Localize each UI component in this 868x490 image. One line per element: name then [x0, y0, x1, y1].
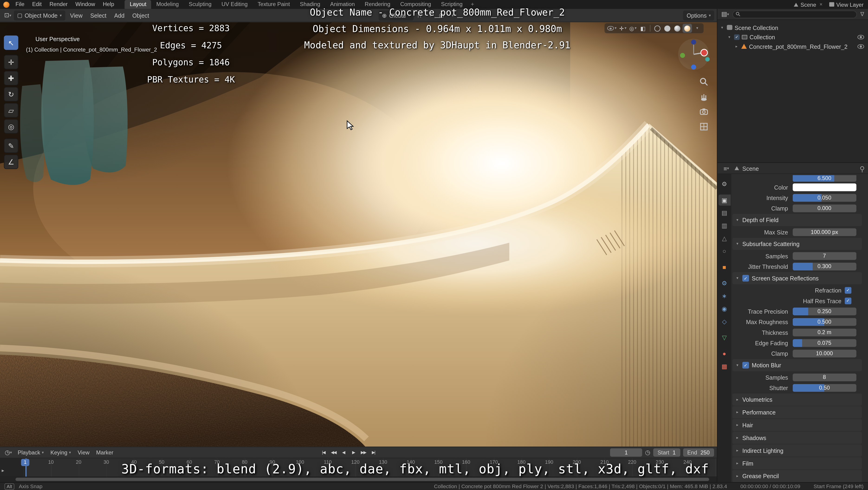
- panel-header-volumetrics[interactable]: ▸Volumetrics: [733, 393, 862, 405]
- properties-tab-object-data[interactable]: ▽: [718, 332, 731, 343]
- viewport-menu-add[interactable]: Add: [110, 11, 128, 20]
- tool-annotate-button[interactable]: ✎: [4, 139, 18, 153]
- timeline-strip[interactable]: 1 10203040506070809010011012013014015016…: [0, 458, 717, 477]
- unlink-scene-icon[interactable]: ×: [818, 2, 824, 7]
- slider-jitter-threshold[interactable]: 0.300: [793, 262, 857, 270]
- viewport-3d[interactable]: ▾ ✛ ▾ ◎ ▾ ◧: [0, 22, 717, 446]
- shading-solid-button[interactable]: [662, 24, 672, 33]
- scene-selector[interactable]: Scene ×: [794, 1, 824, 7]
- slider-edge-fading[interactable]: 0.075: [793, 339, 857, 347]
- editor-type-outliner-button[interactable]: ▤ ▾: [720, 9, 730, 19]
- end-frame-field[interactable]: End 250: [683, 449, 714, 457]
- shading-wireframe-button[interactable]: [653, 24, 662, 33]
- current-frame-field[interactable]: 1: [610, 449, 642, 457]
- tool-measure-button[interactable]: ∠: [4, 154, 18, 169]
- pin-icon[interactable]: [860, 166, 864, 170]
- transport-play-button[interactable]: ▶: [349, 449, 358, 457]
- editor-type-properties-button[interactable]: ≡ ▾: [721, 163, 731, 173]
- field-samples[interactable]: 7: [793, 252, 857, 260]
- workspace-tab-texture-paint[interactable]: Texture Paint: [252, 0, 295, 9]
- timeline-menu-marker[interactable]: Marker: [93, 449, 117, 455]
- playhead-frame-badge[interactable]: 1: [21, 459, 29, 466]
- tool-transform-button[interactable]: ◎: [4, 119, 18, 134]
- scrollbar-thumb[interactable]: [16, 478, 709, 481]
- workspace-tab-animation[interactable]: Animation: [325, 0, 360, 9]
- render-image[interactable]: [0, 22, 717, 446]
- properties-tab-constraints[interactable]: ◇: [718, 316, 731, 327]
- panel-header-screen-space-reflections[interactable]: ▾✓Screen Space Reflections: [733, 272, 862, 284]
- shading-material-button[interactable]: [673, 24, 682, 33]
- outliner-search[interactable]: [733, 10, 857, 18]
- panel-header-grease-pencil[interactable]: ▸Grease Pencil: [733, 470, 862, 482]
- workspace-tab-rendering[interactable]: Rendering: [360, 0, 395, 9]
- properties-tab-modifiers[interactable]: ⚙: [718, 278, 731, 289]
- move-view-button[interactable]: [699, 91, 709, 102]
- slider-trace-precision[interactable]: 0.250: [793, 307, 857, 315]
- slider-value[interactable]: 6.500: [793, 175, 857, 182]
- shading-rendered-button[interactable]: [683, 24, 692, 33]
- outliner-search-input[interactable]: [742, 11, 854, 17]
- timeline-menu-playback[interactable]: Playback▾: [14, 449, 47, 455]
- outliner-row-scene-collection[interactable]: ▾Scene Collection: [717, 23, 868, 32]
- panel-header-performance[interactable]: ▸Performance: [733, 406, 862, 418]
- hide-in-viewport-icon[interactable]: [858, 44, 864, 49]
- transport-play-reverse-button[interactable]: ◀: [339, 449, 348, 457]
- editor-type-timeline-button[interactable]: ◷ ▾: [3, 448, 13, 458]
- workspace-tab-sculpting[interactable]: Sculpting: [184, 0, 217, 9]
- panel-checkbox-motion-blur[interactable]: ✓: [742, 362, 749, 369]
- workspace-tab-shading[interactable]: Shading: [295, 0, 325, 9]
- transport-jump-to-start-button[interactable]: |◀: [319, 449, 329, 457]
- options-dropdown[interactable]: Options ▾: [683, 10, 714, 20]
- properties-tab-output[interactable]: ▤: [718, 207, 731, 219]
- panel-header-film[interactable]: ▸Film: [733, 457, 862, 469]
- panel-header-hair[interactable]: ▸Hair: [733, 419, 862, 431]
- auto-keying-clock-icon[interactable]: ◷: [645, 449, 650, 456]
- properties-tab-world[interactable]: ○: [718, 246, 731, 257]
- blender-logo-icon[interactable]: [3, 1, 9, 7]
- tool-cursor-button[interactable]: ✛: [4, 55, 18, 69]
- menu-render[interactable]: Render: [45, 0, 71, 9]
- tool-rotate-button[interactable]: ↻: [4, 87, 18, 101]
- workspace-tab-compositing[interactable]: Compositing: [395, 0, 436, 9]
- panel-header-shadows[interactable]: ▸Shadows: [733, 432, 862, 444]
- channel-expand-icon[interactable]: ▸: [2, 468, 4, 473]
- object-visibility-button[interactable]: ▾: [606, 24, 618, 33]
- panel-header-indirect-lighting[interactable]: ▸Indirect Lighting: [733, 444, 862, 457]
- navigation-gizmo[interactable]: [676, 36, 711, 72]
- outliner-row-concrete-pot-800mm-red-flower-2[interactable]: ▸Concrete_pot_800mm_Red_Flower_2: [717, 41, 868, 51]
- properties-tab-scene[interactable]: △: [718, 233, 731, 244]
- toggle-xray-button[interactable]: ◧: [638, 24, 648, 33]
- properties-tab-particles[interactable]: ∗: [718, 290, 731, 301]
- properties-tab-render[interactable]: ▣: [718, 195, 731, 206]
- timeline-scrollbar[interactable]: [0, 477, 717, 482]
- properties-tab-object[interactable]: ■: [718, 262, 731, 273]
- workspace-tab-modeling[interactable]: Modeling: [151, 0, 184, 9]
- show-overlays-button[interactable]: ◎ ▾: [628, 24, 638, 33]
- disclosure-closed-icon[interactable]: ▸: [734, 44, 739, 49]
- snap-settings-button[interactable]: ▾: [426, 10, 435, 20]
- checkbox-half-res-trace[interactable]: ✓: [845, 297, 851, 304]
- hide-in-viewport-icon[interactable]: [858, 35, 864, 39]
- slider-shutter[interactable]: 0.50: [793, 384, 857, 392]
- field-max-size[interactable]: 100.000 px: [793, 228, 857, 236]
- camera-view-button[interactable]: [699, 107, 709, 116]
- transport-next-keyframe-button[interactable]: ▶▶: [359, 449, 368, 457]
- tool-select-box-button[interactable]: ↖: [4, 35, 18, 50]
- mode-dropdown[interactable]: ▢ Object Mode ▾: [14, 10, 65, 20]
- start-frame-field[interactable]: Start 1: [653, 449, 680, 457]
- workspace-tab-scripting[interactable]: Scripting: [436, 0, 468, 9]
- panel-checkbox-screen-space-reflections[interactable]: ✓: [742, 275, 749, 282]
- properties-tab-active-tool[interactable]: ⚙: [718, 178, 731, 190]
- field-clamp[interactable]: 10.000: [793, 349, 857, 357]
- properties-tab-view-layer[interactable]: ▥: [718, 220, 731, 231]
- properties-tab-material[interactable]: ●: [718, 348, 731, 359]
- proportional-editing-button[interactable]: ◎: [437, 10, 446, 20]
- field-samples[interactable]: 8: [793, 373, 857, 381]
- snap-toggle-button[interactable]: ∩: [414, 10, 425, 20]
- panel-header-depth-of-field[interactable]: ▾Depth of Field: [733, 214, 862, 226]
- menu-file[interactable]: File: [11, 0, 28, 9]
- properties-tab-physics[interactable]: ◉: [718, 303, 731, 314]
- timeline-menu-view[interactable]: View: [74, 449, 93, 455]
- workspace-tab-layout[interactable]: Layout: [125, 0, 151, 9]
- proportional-falloff-button[interactable]: ▾: [448, 10, 458, 20]
